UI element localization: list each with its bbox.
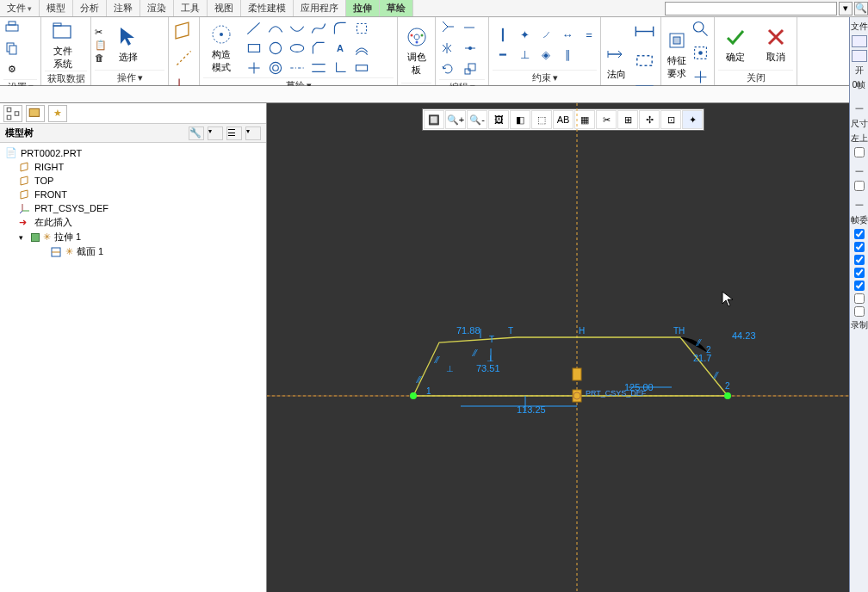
fillet-icon[interactable]: [330, 19, 350, 38]
parallel-constr-icon[interactable]: ∥: [557, 45, 578, 64]
filesystem-button[interactable]: 文件 系统: [45, 19, 81, 71]
vertical-constr-icon[interactable]: ┃: [493, 25, 513, 44]
tree-insert[interactable]: ➜在此插入: [3, 215, 263, 230]
midpoint-constr-icon[interactable]: ◈: [536, 45, 556, 64]
tree-extrude[interactable]: ▾✳拉伸 1: [3, 230, 263, 244]
menu-analy[interactable]: 分析: [73, 0, 107, 16]
concentric-icon[interactable]: [265, 59, 286, 77]
side-chk9[interactable]: [854, 306, 865, 317]
extend-icon[interactable]: [462, 19, 479, 36]
tree-tool2-dd[interactable]: ▾: [245, 126, 261, 140]
text-icon[interactable]: A: [330, 39, 350, 58]
side-chk1[interactable]: [854, 147, 865, 157]
cut-icon[interactable]: ✂: [95, 27, 107, 38]
side-chk8[interactable]: [854, 293, 865, 304]
dim-21[interactable]: 21.7: [693, 353, 711, 363]
spline-icon[interactable]: [308, 19, 329, 38]
search-input[interactable]: [665, 2, 837, 15]
tree-root[interactable]: 📄PRT0002.PRT: [3, 146, 263, 160]
search-dropdown[interactable]: ▾: [839, 2, 852, 15]
tree-csys[interactable]: PRT_CSYS_DEF: [3, 201, 263, 215]
point-icon[interactable]: [244, 59, 264, 77]
divide-icon[interactable]: [462, 40, 479, 57]
dim-linear-icon[interactable]: [632, 19, 657, 46]
construct-mode-button[interactable]: 构造 模式: [203, 22, 239, 74]
side-chk2[interactable]: [854, 181, 865, 191]
sym-constr-icon[interactable]: ↔: [557, 25, 578, 44]
coincident-constr-icon[interactable]: ✦: [514, 25, 535, 44]
tangent-constr-icon[interactable]: ⟋: [536, 25, 556, 44]
menu-extrude[interactable]: 拉伸: [346, 0, 380, 16]
horizontal-constr-icon[interactable]: ━: [493, 45, 513, 64]
scale-icon[interactable]: [462, 60, 479, 77]
datum-plane-icon[interactable]: [172, 19, 195, 44]
search-go-icon[interactable]: 🔍: [854, 2, 868, 15]
rotate-icon[interactable]: [439, 60, 456, 77]
thicken-icon[interactable]: [351, 59, 372, 77]
rect-icon[interactable]: [244, 39, 264, 58]
tree-top[interactable]: TOP: [3, 174, 263, 188]
dim-44[interactable]: 44.23: [732, 330, 756, 341]
tree-right[interactable]: RIGHT: [3, 160, 263, 174]
chamfer-icon[interactable]: [308, 39, 329, 58]
inspect1-icon[interactable]: [691, 19, 710, 40]
dim-73[interactable]: 73.51: [476, 363, 500, 373]
centerline-icon[interactable]: [287, 59, 307, 77]
menu-annot[interactable]: 注释: [107, 0, 140, 16]
side-chk3[interactable]: [854, 229, 865, 239]
mirror-icon[interactable]: [439, 40, 456, 57]
side-btn2[interactable]: [852, 50, 867, 62]
perp-constr-icon[interactable]: ⊥: [514, 45, 535, 64]
side-chk7[interactable]: [854, 281, 865, 291]
dim-71[interactable]: 71.88: [456, 325, 480, 336]
menu-model[interactable]: 模型: [40, 0, 73, 16]
feature-req-button[interactable]: 特征 要求: [665, 28, 689, 80]
arc-icon[interactable]: [265, 19, 286, 38]
tree-tab1[interactable]: [3, 105, 22, 122]
csys-icon[interactable]: [330, 59, 350, 77]
side-btn1[interactable]: [852, 35, 867, 47]
menu-view[interactable]: 视图: [208, 0, 241, 16]
ref-icon[interactable]: [351, 19, 372, 38]
tree-tool1[interactable]: 🔧: [189, 126, 204, 140]
equal-constr-icon[interactable]: =: [579, 25, 599, 44]
model-tree[interactable]: 📄PRT0002.PRT RIGHT TOP FRONT PRT_CSYS_DE…: [0, 143, 266, 592]
dim-ref-icon[interactable]: [632, 48, 657, 75]
offset-icon[interactable]: [351, 39, 372, 58]
side-chk5[interactable]: [854, 255, 865, 265]
side-chk6[interactable]: [854, 268, 865, 278]
cancel-button[interactable]: 取消: [760, 25, 794, 64]
menu-tools[interactable]: 工具: [174, 0, 208, 16]
tree-tab3[interactable]: ★: [48, 105, 67, 122]
direction-button[interactable]: 法向: [604, 42, 629, 81]
circle-icon[interactable]: [265, 39, 286, 58]
tree-section[interactable]: ✳截面 1: [3, 244, 263, 259]
inspect2-icon[interactable]: [691, 43, 710, 65]
tree-front[interactable]: FRONT: [3, 188, 263, 201]
side-chk4[interactable]: [854, 242, 865, 252]
project-icon[interactable]: [308, 59, 329, 77]
ok-button[interactable]: 确定: [718, 25, 753, 64]
menu-render[interactable]: 渲染: [140, 0, 174, 16]
palette-button[interactable]: 调色 板: [401, 25, 431, 77]
select-arrow-button[interactable]: 选择: [110, 25, 146, 64]
menu-app[interactable]: 应用程序: [294, 0, 346, 16]
arc3pt-icon[interactable]: [287, 19, 307, 38]
menu-file[interactable]: 文件▾: [0, 0, 40, 16]
delete-icon[interactable]: 🗑: [95, 52, 107, 63]
dim-113[interactable]: 113.25: [517, 404, 546, 415]
menu-flex[interactable]: 柔性建模: [241, 0, 294, 16]
tree-tool1-dd[interactable]: ▾: [208, 126, 223, 140]
tree-tool2[interactable]: ☰: [226, 126, 242, 140]
paste-icon[interactable]: 📋: [95, 40, 107, 51]
line-icon[interactable]: [244, 19, 264, 38]
tree-tab2[interactable]: [26, 105, 45, 122]
menu-sketch[interactable]: 草绘: [380, 0, 413, 16]
copy-icon[interactable]: [3, 40, 21, 57]
gear-icon[interactable]: ⚙: [3, 60, 21, 77]
viewport[interactable]: 🔲 🔍+ 🔍- 🖼 ◧ ⬚ AB ▦ ✂ ⊞ ✢ ⊡ ✦: [267, 103, 849, 592]
trim-icon[interactable]: [439, 19, 456, 36]
print-icon[interactable]: [3, 19, 21, 36]
datum-axis-icon[interactable]: [172, 46, 195, 71]
ellipse-icon[interactable]: [287, 39, 307, 58]
